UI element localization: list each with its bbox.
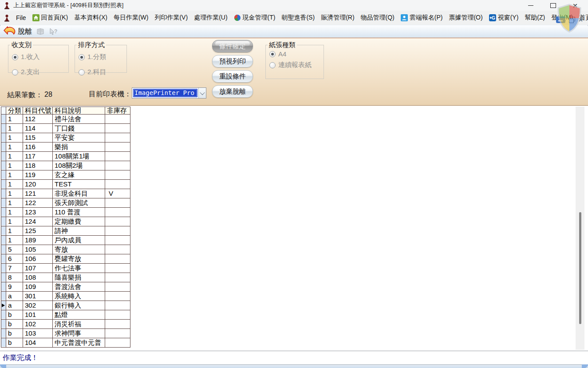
- row-selector[interactable]: [1, 329, 6, 338]
- context-help-icon[interactable]: ?: [49, 28, 58, 36]
- grid-cell[interactable]: 1: [6, 180, 23, 189]
- income-option[interactable]: 1.收入: [12, 53, 40, 61]
- grid-cell[interactable]: 122: [23, 198, 52, 207]
- grid-cell[interactable]: 1: [6, 217, 23, 226]
- grid-cell[interactable]: [105, 217, 130, 226]
- grid-cell[interactable]: 玄之緣: [53, 170, 105, 179]
- report-book-icon[interactable]: [36, 28, 44, 35]
- grid-cell[interactable]: 1: [6, 152, 23, 161]
- radio-selected-icon[interactable]: [12, 54, 18, 60]
- grid-cell[interactable]: [105, 236, 130, 245]
- grid-cell[interactable]: 105: [23, 245, 52, 254]
- grid-cell[interactable]: 1: [6, 170, 23, 179]
- grid-cell[interactable]: 121: [23, 189, 52, 198]
- row-selector[interactable]: [1, 310, 6, 319]
- radio-icon[interactable]: [269, 62, 276, 68]
- grid-cell[interactable]: [105, 273, 130, 282]
- preview-print-button[interactable]: 預視列印: [212, 55, 253, 67]
- mdi-close-icon[interactable]: ×: [579, 17, 583, 23]
- row-selector[interactable]: [1, 198, 6, 207]
- grid-cell[interactable]: a: [6, 292, 23, 301]
- grid-cell[interactable]: 108關2場: [53, 161, 105, 170]
- paper-option[interactable]: 連續報表紙: [269, 61, 312, 69]
- grid-cell[interactable]: 禮斗法會: [53, 115, 105, 123]
- row-selector[interactable]: [1, 189, 6, 198]
- grid-cell[interactable]: 樂捐: [53, 142, 105, 151]
- grid-cell[interactable]: 1: [6, 161, 23, 170]
- grid-cell[interactable]: 109: [23, 282, 52, 291]
- confirm-button[interactable]: 條件確定: [212, 40, 253, 52]
- row-selector[interactable]: [1, 245, 6, 254]
- grid-cell[interactable]: [105, 124, 130, 133]
- grid-cell[interactable]: V: [105, 189, 130, 198]
- mdi-minimize-icon[interactable]: [556, 16, 565, 23]
- grid-cell[interactable]: 108: [23, 273, 52, 282]
- grid-cell[interactable]: 103: [23, 329, 52, 338]
- abandon-exit-button[interactable]: 放棄脫離: [212, 85, 253, 98]
- scrollbar-thumb[interactable]: [579, 212, 581, 324]
- grid-cell[interactable]: 求神問事: [53, 329, 105, 338]
- menu-item-process-work[interactable]: 處理作業(U): [191, 11, 230, 25]
- menu-item-file[interactable]: File: [13, 11, 29, 25]
- grid-cell[interactable]: 1: [6, 189, 23, 198]
- grid-cell[interactable]: TEST: [53, 180, 105, 189]
- grid-cell[interactable]: 1: [6, 115, 23, 123]
- radio-icon[interactable]: [12, 69, 18, 75]
- vertical-scrollbar[interactable]: [576, 107, 584, 350]
- grid-cell[interactable]: 請神: [53, 226, 105, 235]
- menu-item-daily-work[interactable]: 每日作業(W): [110, 11, 152, 25]
- grid-cell[interactable]: 189: [23, 236, 52, 245]
- grid-cell[interactable]: b: [6, 329, 23, 338]
- grid-cell[interactable]: [105, 301, 130, 310]
- grid-cell[interactable]: b: [6, 338, 23, 347]
- grid-cell[interactable]: [105, 161, 130, 170]
- radio-icon[interactable]: [79, 69, 85, 75]
- grid-cell[interactable]: 112: [23, 115, 52, 123]
- grid-cell[interactable]: 銀行轉入: [53, 301, 105, 310]
- maximize-icon[interactable]: [546, 0, 560, 10]
- grid-cell[interactable]: 1: [6, 226, 23, 235]
- row-selector[interactable]: [1, 161, 6, 170]
- menu-item-window[interactable]: G視窗(Y): [486, 11, 522, 25]
- mdi-restore-icon[interactable]: [568, 17, 576, 23]
- sort-option[interactable]: 1.分類: [79, 53, 107, 61]
- grid-cell[interactable]: 107: [23, 264, 52, 273]
- grid-cell[interactable]: [105, 338, 130, 347]
- printer-selected-value[interactable]: ImagePrinter Pro: [133, 89, 197, 97]
- grid-cell[interactable]: 點燈: [53, 310, 105, 319]
- grid-cell[interactable]: 張天師測試: [53, 198, 105, 207]
- grid-cell[interactable]: [105, 208, 130, 217]
- grid-cell[interactable]: [105, 329, 130, 338]
- income-option[interactable]: 2.支出: [12, 68, 40, 76]
- paper-option[interactable]: A4: [269, 50, 286, 58]
- grid-cell[interactable]: 120: [23, 180, 52, 189]
- grid-cell[interactable]: 戶內成員: [53, 236, 105, 245]
- grid-cell[interactable]: 114: [23, 124, 52, 133]
- grid-cell[interactable]: 1: [6, 198, 23, 207]
- grid-cell[interactable]: a: [6, 301, 23, 310]
- row-selector[interactable]: [1, 282, 6, 291]
- grid-cell[interactable]: 104: [23, 338, 52, 347]
- grid-cell[interactable]: 定期繳費: [53, 217, 105, 226]
- grid-cell[interactable]: 115: [23, 133, 52, 142]
- radio-selected-icon[interactable]: [79, 54, 85, 60]
- grid-cell[interactable]: [105, 264, 130, 273]
- menu-item-print-work[interactable]: 列印作業(V): [151, 11, 191, 25]
- grid-cell[interactable]: 302: [23, 301, 52, 310]
- grid-cell[interactable]: [105, 133, 130, 142]
- grid-cell[interactable]: 6: [6, 254, 23, 263]
- grid-cell[interactable]: 123: [23, 208, 52, 217]
- row-selector[interactable]: [1, 217, 6, 226]
- reset-button[interactable]: 重設條件: [212, 70, 253, 83]
- grid-cell[interactable]: 非現金科目: [53, 189, 105, 198]
- grid-cell[interactable]: [105, 170, 130, 179]
- grid-cell[interactable]: [105, 320, 130, 328]
- row-selector[interactable]: [1, 208, 6, 217]
- exit-button[interactable]: 脫離: [4, 26, 32, 37]
- row-selector[interactable]: [1, 152, 6, 161]
- grid-cell[interactable]: 301: [23, 292, 52, 301]
- row-selector[interactable]: [1, 142, 6, 151]
- row-selector[interactable]: [1, 236, 6, 245]
- menu-item-goods-mgmt[interactable]: 物品管理(Q): [358, 11, 398, 25]
- grid-cell[interactable]: 系統轉入: [53, 292, 105, 301]
